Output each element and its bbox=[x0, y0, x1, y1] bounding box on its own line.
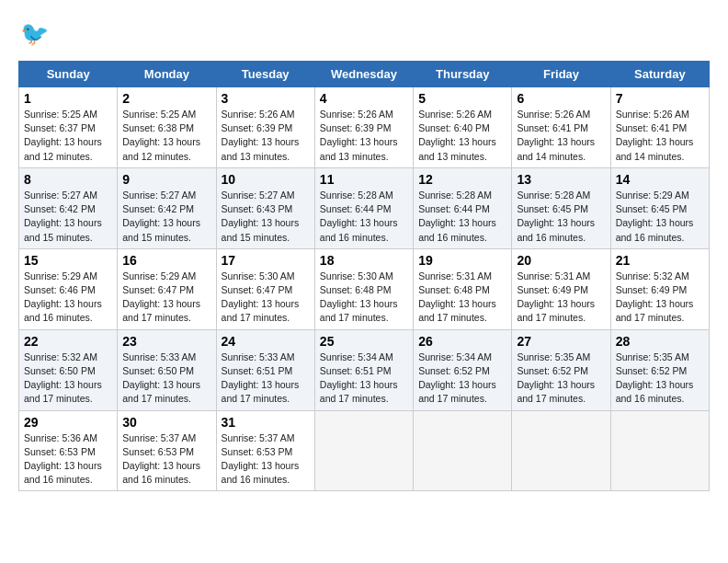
day-info: Sunrise: 5:29 AMSunset: 6:45 PMDaylight:… bbox=[616, 189, 704, 245]
svg-text:🐦: 🐦 bbox=[20, 19, 50, 48]
calendar-body: 1Sunrise: 5:25 AMSunset: 6:37 PMDaylight… bbox=[19, 87, 710, 491]
day-number: 29 bbox=[24, 415, 112, 430]
day-number: 20 bbox=[517, 253, 605, 268]
day-info: Sunrise: 5:33 AMSunset: 6:51 PMDaylight:… bbox=[222, 350, 310, 407]
calendar-header-row: SundayMondayTuesdayWednesdayThursdayFrid… bbox=[19, 62, 710, 87]
day-number: 3 bbox=[222, 91, 310, 106]
day-info: Sunrise: 5:27 AMSunset: 6:43 PMDaylight:… bbox=[222, 189, 310, 245]
day-info: Sunrise: 5:27 AMSunset: 6:42 PMDaylight:… bbox=[24, 189, 112, 245]
calendar-cell: 15Sunrise: 5:29 AMSunset: 6:46 PMDayligh… bbox=[19, 248, 118, 329]
day-info: Sunrise: 5:37 AMSunset: 6:53 PMDaylight:… bbox=[222, 431, 310, 488]
calendar-cell bbox=[512, 410, 610, 491]
page-header: 🐦 bbox=[18, 18, 710, 52]
column-header-thursday: Thursday bbox=[414, 62, 512, 87]
day-info: Sunrise: 5:27 AMSunset: 6:42 PMDaylight:… bbox=[122, 189, 210, 245]
day-info: Sunrise: 5:31 AMSunset: 6:48 PMDaylight:… bbox=[418, 270, 506, 326]
calendar-cell: 27Sunrise: 5:35 AMSunset: 6:52 PMDayligh… bbox=[512, 329, 610, 410]
calendar-cell: 1Sunrise: 5:25 AMSunset: 6:37 PMDaylight… bbox=[19, 87, 118, 168]
day-number: 8 bbox=[24, 172, 112, 187]
day-number: 25 bbox=[320, 334, 408, 349]
day-number: 12 bbox=[418, 172, 506, 187]
day-number: 24 bbox=[222, 334, 310, 349]
calendar-cell: 26Sunrise: 5:34 AMSunset: 6:52 PMDayligh… bbox=[414, 329, 512, 410]
day-info: Sunrise: 5:33 AMSunset: 6:50 PMDaylight:… bbox=[122, 350, 210, 407]
calendar-cell: 8Sunrise: 5:27 AMSunset: 6:42 PMDaylight… bbox=[19, 167, 118, 248]
day-number: 30 bbox=[122, 415, 210, 430]
day-number: 22 bbox=[24, 334, 112, 349]
column-header-tuesday: Tuesday bbox=[216, 62, 314, 87]
day-info: Sunrise: 5:37 AMSunset: 6:53 PMDaylight:… bbox=[122, 431, 210, 488]
day-number: 11 bbox=[320, 172, 408, 187]
calendar-cell: 13Sunrise: 5:28 AMSunset: 6:45 PMDayligh… bbox=[512, 167, 610, 248]
day-number: 6 bbox=[517, 91, 605, 106]
calendar-cell: 6Sunrise: 5:26 AMSunset: 6:41 PMDaylight… bbox=[512, 87, 610, 168]
day-info: Sunrise: 5:29 AMSunset: 6:46 PMDaylight:… bbox=[24, 270, 112, 326]
calendar-cell: 24Sunrise: 5:33 AMSunset: 6:51 PMDayligh… bbox=[216, 329, 314, 410]
day-number: 14 bbox=[616, 172, 704, 187]
day-number: 17 bbox=[222, 253, 310, 268]
calendar-week-row: 8Sunrise: 5:27 AMSunset: 6:42 PMDaylight… bbox=[19, 167, 710, 248]
day-number: 19 bbox=[418, 253, 506, 268]
calendar-cell: 14Sunrise: 5:29 AMSunset: 6:45 PMDayligh… bbox=[610, 167, 709, 248]
day-number: 13 bbox=[517, 172, 605, 187]
day-info: Sunrise: 5:28 AMSunset: 6:45 PMDaylight:… bbox=[517, 189, 605, 245]
calendar-cell: 16Sunrise: 5:29 AMSunset: 6:47 PMDayligh… bbox=[118, 248, 216, 329]
day-info: Sunrise: 5:28 AMSunset: 6:44 PMDaylight:… bbox=[320, 189, 408, 245]
day-info: Sunrise: 5:25 AMSunset: 6:38 PMDaylight:… bbox=[122, 108, 210, 164]
day-number: 26 bbox=[418, 334, 506, 349]
day-number: 5 bbox=[418, 91, 506, 106]
day-info: Sunrise: 5:35 AMSunset: 6:52 PMDaylight:… bbox=[616, 350, 704, 407]
day-info: Sunrise: 5:28 AMSunset: 6:44 PMDaylight:… bbox=[418, 189, 506, 245]
logo-icon: 🐦 bbox=[18, 18, 51, 52]
day-number: 16 bbox=[122, 253, 210, 268]
calendar-cell: 12Sunrise: 5:28 AMSunset: 6:44 PMDayligh… bbox=[414, 167, 512, 248]
day-info: Sunrise: 5:34 AMSunset: 6:52 PMDaylight:… bbox=[418, 350, 506, 407]
day-info: Sunrise: 5:30 AMSunset: 6:47 PMDaylight:… bbox=[222, 270, 310, 326]
day-info: Sunrise: 5:32 AMSunset: 6:50 PMDaylight:… bbox=[24, 350, 112, 407]
calendar-cell: 29Sunrise: 5:36 AMSunset: 6:53 PMDayligh… bbox=[19, 410, 118, 491]
day-info: Sunrise: 5:26 AMSunset: 6:41 PMDaylight:… bbox=[517, 108, 605, 164]
calendar-cell: 5Sunrise: 5:26 AMSunset: 6:40 PMDaylight… bbox=[414, 87, 512, 168]
day-number: 7 bbox=[616, 91, 704, 106]
day-number: 23 bbox=[122, 334, 210, 349]
calendar-cell: 18Sunrise: 5:30 AMSunset: 6:48 PMDayligh… bbox=[314, 248, 413, 329]
day-info: Sunrise: 5:29 AMSunset: 6:47 PMDaylight:… bbox=[122, 270, 210, 326]
day-number: 21 bbox=[616, 253, 704, 268]
day-number: 27 bbox=[517, 334, 605, 349]
calendar-cell: 30Sunrise: 5:37 AMSunset: 6:53 PMDayligh… bbox=[118, 410, 216, 491]
column-header-saturday: Saturday bbox=[610, 62, 709, 87]
calendar-week-row: 22Sunrise: 5:32 AMSunset: 6:50 PMDayligh… bbox=[19, 329, 710, 410]
column-header-friday: Friday bbox=[512, 62, 610, 87]
day-info: Sunrise: 5:26 AMSunset: 6:41 PMDaylight:… bbox=[616, 108, 704, 164]
day-info: Sunrise: 5:30 AMSunset: 6:48 PMDaylight:… bbox=[320, 270, 408, 326]
column-header-monday: Monday bbox=[118, 62, 216, 87]
day-number: 4 bbox=[320, 91, 408, 106]
day-info: Sunrise: 5:31 AMSunset: 6:49 PMDaylight:… bbox=[517, 270, 605, 326]
calendar-cell: 20Sunrise: 5:31 AMSunset: 6:49 PMDayligh… bbox=[512, 248, 610, 329]
day-number: 2 bbox=[122, 91, 210, 106]
calendar-cell: 11Sunrise: 5:28 AMSunset: 6:44 PMDayligh… bbox=[314, 167, 413, 248]
day-info: Sunrise: 5:35 AMSunset: 6:52 PMDaylight:… bbox=[517, 350, 605, 407]
calendar-cell: 19Sunrise: 5:31 AMSunset: 6:48 PMDayligh… bbox=[414, 248, 512, 329]
day-number: 9 bbox=[122, 172, 210, 187]
calendar-cell: 31Sunrise: 5:37 AMSunset: 6:53 PMDayligh… bbox=[216, 410, 314, 491]
day-number: 18 bbox=[320, 253, 408, 268]
calendar-cell: 7Sunrise: 5:26 AMSunset: 6:41 PMDaylight… bbox=[610, 87, 709, 168]
day-number: 10 bbox=[222, 172, 310, 187]
day-info: Sunrise: 5:34 AMSunset: 6:51 PMDaylight:… bbox=[320, 350, 408, 407]
day-number: 31 bbox=[222, 415, 310, 430]
day-info: Sunrise: 5:32 AMSunset: 6:49 PMDaylight:… bbox=[616, 270, 704, 326]
column-header-sunday: Sunday bbox=[19, 62, 118, 87]
calendar-cell: 9Sunrise: 5:27 AMSunset: 6:42 PMDaylight… bbox=[118, 167, 216, 248]
day-number: 1 bbox=[24, 91, 112, 106]
calendar-cell: 10Sunrise: 5:27 AMSunset: 6:43 PMDayligh… bbox=[216, 167, 314, 248]
day-info: Sunrise: 5:25 AMSunset: 6:37 PMDaylight:… bbox=[24, 108, 112, 164]
calendar-cell: 3Sunrise: 5:26 AMSunset: 6:39 PMDaylight… bbox=[216, 87, 314, 168]
day-number: 28 bbox=[616, 334, 704, 349]
calendar-cell: 25Sunrise: 5:34 AMSunset: 6:51 PMDayligh… bbox=[314, 329, 413, 410]
calendar-cell bbox=[314, 410, 413, 491]
logo: 🐦 bbox=[18, 18, 55, 52]
day-info: Sunrise: 5:36 AMSunset: 6:53 PMDaylight:… bbox=[24, 431, 112, 488]
calendar-cell: 28Sunrise: 5:35 AMSunset: 6:52 PMDayligh… bbox=[610, 329, 709, 410]
calendar-week-row: 1Sunrise: 5:25 AMSunset: 6:37 PMDaylight… bbox=[19, 87, 710, 168]
